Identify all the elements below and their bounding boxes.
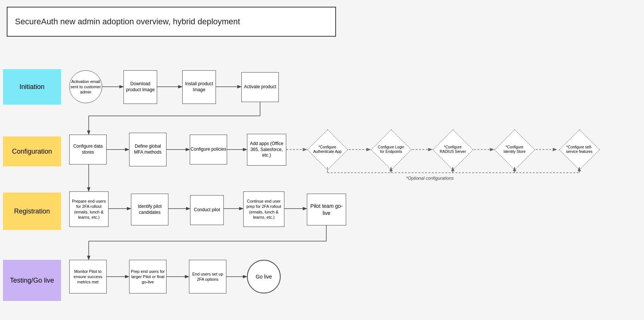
activation-email-node: Activation email sent to customer admin (69, 70, 102, 103)
define-global-mfa-node: Define global MFA methods (129, 133, 167, 166)
configure-self-service-node: *Configure self-service features (557, 133, 602, 166)
prep-end-users-larger-node: Prep end users for larger Pilot or final… (129, 260, 167, 293)
optional-note: *Optional configurations (406, 176, 454, 181)
phase-configuration: Configuration (3, 136, 61, 166)
canvas: SecureAuth new admin adoption overview, … (0, 0, 644, 320)
prepare-end-users-node: Prepare end users for 2FA rollout (email… (69, 191, 109, 227)
continue-end-user-prep-node: Continue end user prep for 2FA rollout (… (243, 191, 284, 227)
title-box: SecureAuth new admin adoption overview, … (7, 7, 336, 37)
identify-pilot-node: Identify pilot candidates (131, 194, 168, 225)
configure-identity-node: *Configure Identity Store (494, 133, 535, 166)
install-product-node: Install product Image (182, 70, 216, 104)
add-apps-node: Add apps (Office 365, Salesforce, etc.) (247, 134, 286, 166)
pilot-team-golive-node: Pilot team go-live (307, 194, 346, 225)
go-live-node: Go live (247, 260, 281, 293)
configure-login-node: Configure Login for Endpoints (370, 133, 412, 166)
configure-data-stores-node: Configure data stores (69, 135, 107, 164)
phase-registration: Registration (3, 193, 61, 230)
end-users-setup-node: End users set up 2FA options (189, 260, 226, 293)
conduct-pilot-node: Conduct pilot (190, 195, 224, 225)
configure-policies-node: Configure policies (190, 135, 227, 164)
activate-product-node: Activate product (241, 72, 279, 102)
phase-testing: Testing/Go live (3, 260, 61, 301)
main-title: SecureAuth new admin adoption overview, … (15, 17, 240, 27)
download-product-node: Download product Image (123, 70, 157, 104)
monitor-pilot-node: Monitor Pilot to ensure success metrics … (69, 260, 107, 293)
configure-radius-node: *Configure RADIUS Server (432, 133, 473, 166)
phase-initiation: Initiation (3, 69, 61, 105)
configure-auth-app-node: *Configure Authenticate App (307, 133, 348, 166)
